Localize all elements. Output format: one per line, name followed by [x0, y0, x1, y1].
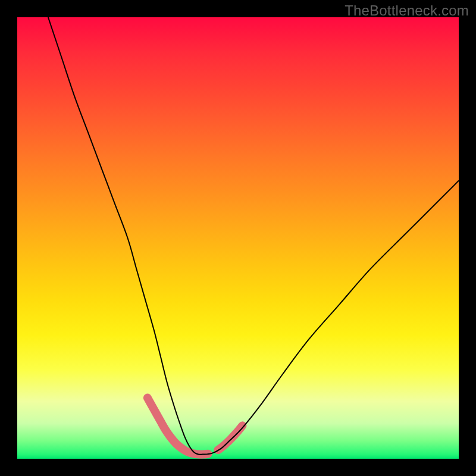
chart-frame: TheBottleneck.com: [0, 0, 476, 476]
highlight-segment-right: [218, 425, 243, 450]
highlight-segment-left: [148, 398, 208, 455]
plot-area: [17, 17, 459, 459]
watermark-text: TheBottleneck.com: [345, 2, 469, 19]
bottleneck-curve: [48, 17, 459, 455]
curve-layer: [17, 17, 459, 459]
